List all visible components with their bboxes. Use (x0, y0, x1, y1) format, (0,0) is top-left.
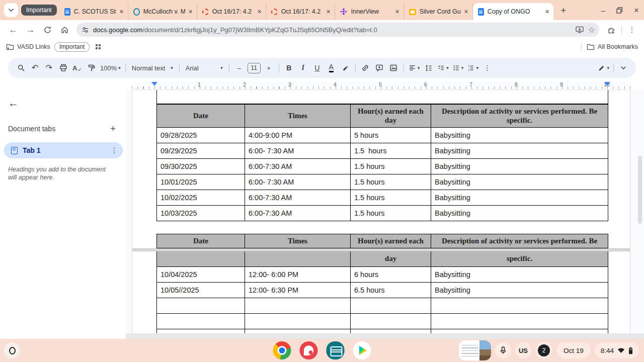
tab-oct-2[interactable]: Oct 16/17: 4.2 × (266, 3, 335, 20)
bookmark-important-pill[interactable]: Important (54, 42, 90, 52)
tab-group-chip[interactable]: Important (21, 5, 57, 16)
collapse-sidebar-button[interactable]: ← (8, 97, 118, 109)
table-header-row[interactable]: Date Times Hour(s) earned each day Descr… (156, 104, 608, 128)
close-icon[interactable]: × (395, 8, 399, 15)
right-indent-marker[interactable] (604, 82, 610, 86)
spellcheck-button[interactable]: A✓ (70, 61, 84, 75)
google-play-icon[interactable] (353, 341, 371, 359)
font-size-field[interactable]: 11 (248, 63, 261, 73)
table-partial-row[interactable] (156, 90, 608, 104)
paragraph-style-select[interactable]: Normal text▾ (129, 61, 176, 75)
redo-button[interactable]: ↷ (42, 61, 56, 75)
gallery-app-icon[interactable] (327, 341, 345, 359)
insert-image-button[interactable] (387, 61, 400, 75)
table-row[interactable] (156, 314, 608, 329)
bold-button[interactable]: B (282, 61, 296, 75)
editing-mode-button[interactable]: ▾ (596, 61, 611, 75)
highlight-color-button[interactable] (339, 61, 352, 75)
back-button[interactable]: ← (6, 23, 20, 37)
hours-table-2-bottom[interactable]: day specific. 10/04/2025 12:00- 6:00 PM … (156, 251, 608, 335)
ruler[interactable]: 12345678910 (132, 81, 630, 90)
document-canvas[interactable]: Date Times Hour(s) earned each day Descr… (126, 90, 644, 339)
reload-button[interactable] (40, 23, 54, 37)
add-tab-button[interactable]: + (110, 123, 116, 134)
close-icon[interactable]: × (545, 8, 549, 15)
close-icon[interactable]: × (189, 8, 193, 15)
print-button[interactable] (56, 61, 70, 75)
browser-menu-kebab[interactable]: ⋮ (625, 23, 639, 37)
font-size-decrease[interactable]: – (232, 61, 246, 75)
table-row[interactable]: 10/05//2025 12:00- 6:30 PM 6.5 hours Bab… (156, 283, 608, 298)
new-tab-button[interactable]: + (556, 4, 571, 18)
doc-tab-1[interactable]: Tab 1 ⋮ (4, 142, 123, 158)
left-indent-marker[interactable] (151, 82, 157, 86)
tab-scotus[interactable]: C. SCOTUS Stu × (59, 3, 128, 20)
close-icon[interactable]: × (120, 8, 124, 15)
close-icon[interactable]: × (464, 8, 468, 15)
hide-menus-button[interactable] (616, 61, 630, 75)
status-area[interactable]: 8:44 (595, 342, 639, 358)
table-row[interactable]: 09/28/2025 4:00-9:00 PM 5 hours Babysitt… (156, 128, 608, 143)
align-button[interactable]: ▾ (407, 61, 422, 75)
all-bookmarks[interactable]: All Bookmarks (587, 43, 638, 50)
omnibox[interactable]: docs.google.com/document/d/1zkr6gjJoj1y_… (76, 23, 599, 37)
date-pill[interactable]: Oct 19 (556, 342, 591, 358)
document-page[interactable]: Date Times Hour(s) earned each day Descr… (132, 90, 630, 339)
picture-in-picture-thumbnail[interactable] (459, 340, 491, 360)
extensions-icon[interactable] (604, 23, 618, 37)
launcher-button[interactable] (4, 342, 20, 358)
home-button[interactable] (57, 23, 71, 37)
bookmark-star-icon[interactable]: ☆ (588, 25, 595, 35)
bulleted-list-button[interactable]: ▾ (451, 61, 465, 75)
table-row[interactable] (156, 298, 608, 314)
text-color-button[interactable]: A (329, 63, 334, 72)
numbered-list-button[interactable]: 12 ▾ (465, 61, 480, 75)
minimize-button[interactable]: – (601, 7, 605, 14)
horizontal-scrollbar-track[interactable] (126, 333, 644, 339)
add-comment-button[interactable] (373, 61, 386, 75)
table-row[interactable]: 10/01/2025 6:00- 7:30 AM 1.5 hours Babys… (156, 174, 608, 190)
close-window-button[interactable]: × (634, 6, 639, 15)
apps-grid-icon[interactable] (96, 44, 101, 49)
hours-table-2-top[interactable]: Date Times Hour(s) earned each Descripti… (156, 234, 608, 248)
forward-button[interactable]: → (23, 23, 37, 37)
more-options-kebab[interactable]: ⋮ (480, 61, 494, 75)
underline-button[interactable]: U (314, 64, 319, 72)
table-row[interactable]: 09/30/2025 6:00-7:30 AM 1.5 hours Babysi… (156, 159, 608, 174)
zoom-select[interactable]: 100%▾ (99, 61, 122, 75)
bookmark-folder-vasd[interactable]: VASD Links (6, 43, 50, 50)
vertical-scrollbar-thumb[interactable] (638, 156, 642, 224)
notification-counter[interactable]: 2 (535, 342, 552, 359)
font-select[interactable]: Arial▾ (183, 61, 226, 75)
checklist-button[interactable]: ▾ (436, 61, 450, 75)
site-info-icon[interactable] (82, 26, 89, 34)
tab-oct-1[interactable]: Oct 16/17: 4.2 × (197, 3, 266, 20)
close-icon[interactable]: × (258, 8, 262, 15)
keyboard-layout-indicator[interactable]: US (515, 342, 531, 358)
italic-button[interactable]: I (302, 64, 304, 72)
canvas-app-icon[interactable] (300, 341, 318, 359)
font-size-increase[interactable]: + (262, 61, 276, 75)
tab-silver-cord[interactable]: Silver Cord Gui × (404, 3, 473, 20)
close-icon[interactable]: × (327, 8, 331, 15)
tab-copy-of-ongoing-active[interactable]: Copy of ONGO × (473, 3, 553, 20)
undo-button[interactable]: ↶ (28, 61, 42, 75)
tab-search-button[interactable] (4, 3, 18, 17)
paint-format-button[interactable] (85, 61, 98, 75)
tab-options-kebab[interactable]: ⋮ (111, 146, 118, 154)
table-row[interactable]: 10/03/2025 6:00-7:30 AM 1.5 hours Babysi… (156, 206, 608, 221)
table-row[interactable]: 09/29/2025 6:00- 7:30 AM 1.5 hours Babys… (156, 143, 608, 159)
line-spacing-button[interactable] (422, 61, 435, 75)
hours-table-1[interactable]: Date Times Hour(s) earned each day Descr… (156, 104, 608, 221)
table-row[interactable]: 10/02/2025 6:00-7:30 AM 1.5 hours Babysi… (156, 190, 608, 206)
tab-innerview[interactable]: InnerView × (335, 3, 404, 20)
insert-link-button[interactable] (359, 61, 372, 75)
table-row[interactable]: 10/04/2025 12:00- 6:00 PM 6 hours Babysi… (156, 267, 608, 283)
restore-button[interactable] (616, 7, 623, 14)
chrome-app-icon[interactable] (273, 341, 291, 359)
search-menus-button[interactable] (14, 61, 28, 75)
install-icon[interactable] (575, 26, 584, 34)
tab-mcculloch[interactable]: McCulloch v. M × (128, 3, 197, 20)
table-header-row[interactable]: Date Times Hour(s) earned each Descripti… (156, 234, 608, 248)
microphone-indicator[interactable] (495, 342, 511, 358)
